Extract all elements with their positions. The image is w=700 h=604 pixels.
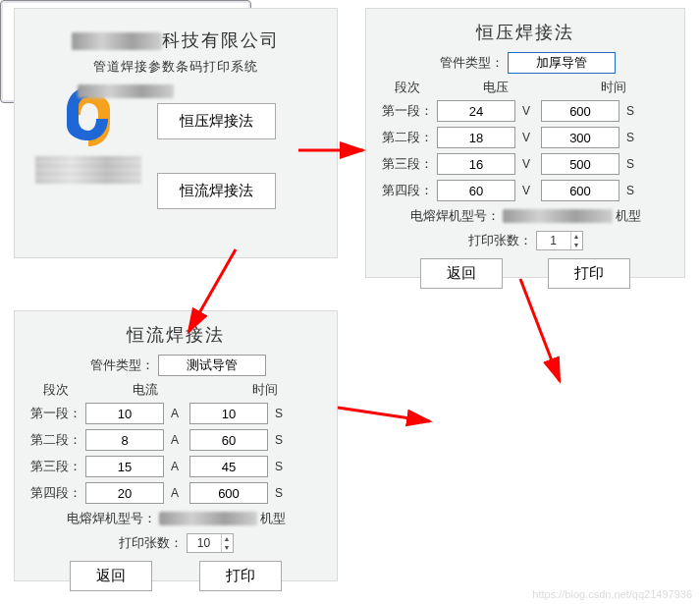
- pipe-type-input[interactable]: [158, 355, 266, 376]
- stage-row: 第二段：VS: [378, 127, 673, 148]
- stage-mid-input[interactable]: [85, 482, 164, 504]
- stage-label: 第四段：: [27, 484, 81, 502]
- back-button[interactable]: 返回: [70, 561, 152, 591]
- machine-model-suffix: 机型: [616, 207, 641, 225]
- unit-label: V: [519, 184, 537, 197]
- spin-up-icon: ▲: [222, 534, 233, 543]
- stage-row: 第一段：VS: [378, 100, 673, 122]
- stage-label: 第二段：: [27, 431, 81, 449]
- print-button[interactable]: 打印: [548, 258, 630, 289]
- spin-down-icon: ▼: [571, 241, 582, 249]
- stage-time-input[interactable]: [189, 403, 268, 424]
- pipe-type-label: 管件类型：: [435, 54, 504, 72]
- stage-row: 第三段：VS: [378, 153, 673, 175]
- stage-label: 第三段：: [378, 155, 433, 173]
- stage-time-input[interactable]: [189, 429, 268, 451]
- stage-mid-input[interactable]: [85, 403, 164, 424]
- stage-time-input[interactable]: [189, 456, 268, 477]
- unit-label: S: [623, 184, 641, 197]
- stage-label: 第一段：: [27, 405, 81, 422]
- current-title: 恒流焊接法: [27, 323, 325, 347]
- unit-label: S: [272, 433, 290, 447]
- arrow-current-to-barcode: [334, 388, 442, 437]
- unit-label: V: [519, 104, 537, 118]
- stage-label: 第四段：: [378, 182, 433, 199]
- current-table-header: 段次 电流 时间: [27, 381, 325, 399]
- blurred-model-value: [159, 512, 257, 525]
- stage-mid-input[interactable]: [437, 127, 515, 148]
- unit-label: S: [272, 407, 290, 420]
- voltage-table-header: 段次 电压 时间: [378, 79, 673, 96]
- stage-label: 第一段：: [378, 102, 433, 120]
- stage-label: 第三段：: [27, 458, 81, 475]
- blurred-product-name: [35, 156, 141, 184]
- constant-voltage-button[interactable]: 恒压焊接法: [157, 103, 276, 139]
- copies-spinner[interactable]: 1 ▲▼: [536, 231, 583, 250]
- main-menu-panel: 科技有限公司 管道焊接参数条码打印系统 恒压焊接法 恒流焊接法: [14, 8, 338, 258]
- stage-time-input[interactable]: [541, 100, 619, 122]
- pipe-type-input[interactable]: [508, 52, 616, 74]
- blurred-company-prefix: [72, 32, 162, 50]
- stage-time-input[interactable]: [541, 180, 619, 201]
- pipe-type-label: 管件类型：: [85, 357, 154, 374]
- main-title: 科技有限公司: [27, 28, 325, 52]
- constant-voltage-panel: 恒压焊接法 管件类型： 段次 电压 时间 第一段：VS第二段：VS第三段：VS第…: [365, 8, 685, 278]
- stage-time-input[interactable]: [189, 482, 268, 504]
- constant-current-button[interactable]: 恒流焊接法: [157, 173, 276, 209]
- stage-mid-input[interactable]: [85, 456, 164, 477]
- watermark: https://blog.csdn.net/qq21497936: [532, 588, 692, 600]
- constant-current-panel: 恒流焊接法 管件类型： 段次 电流 时间 第一段：AS第二段：AS第三段：AS第…: [14, 310, 338, 581]
- unit-label: A: [168, 486, 186, 500]
- unit-label: A: [168, 433, 186, 447]
- stage-mid-input[interactable]: [85, 429, 164, 451]
- stage-row: 第一段：AS: [27, 403, 325, 424]
- stage-row: 第四段：AS: [27, 482, 325, 504]
- stage-row: 第三段：AS: [27, 456, 325, 477]
- copies-label: 打印张数：: [119, 534, 183, 552]
- stage-mid-input[interactable]: [437, 153, 515, 175]
- blurred-model-value: [503, 209, 613, 223]
- print-button[interactable]: 打印: [199, 561, 282, 591]
- back-button[interactable]: 返回: [420, 258, 503, 289]
- stage-mid-input[interactable]: [437, 100, 515, 122]
- unit-label: S: [272, 486, 290, 500]
- copies-label: 打印张数：: [468, 232, 532, 249]
- spin-down-icon: ▼: [222, 543, 233, 552]
- unit-label: A: [168, 407, 186, 420]
- svg-line-2: [520, 279, 560, 381]
- spin-up-icon: ▲: [571, 232, 582, 241]
- unit-label: A: [168, 460, 186, 473]
- arrow-voltage-to-barcode: [501, 275, 589, 393]
- stage-label: 第二段：: [378, 129, 433, 146]
- svg-line-3: [338, 408, 430, 421]
- copies-spinner[interactable]: 10 ▲▼: [187, 533, 234, 553]
- stage-mid-input[interactable]: [437, 180, 515, 201]
- unit-label: V: [519, 131, 537, 144]
- unit-label: S: [623, 157, 641, 171]
- voltage-title: 恒压焊接法: [378, 21, 673, 44]
- stage-time-input[interactable]: [541, 127, 619, 148]
- unit-label: S: [623, 104, 641, 118]
- main-title-suffix: 科技有限公司: [162, 30, 280, 50]
- stage-row: 第二段：AS: [27, 429, 325, 451]
- machine-model-label: 电熔焊机型号：: [410, 207, 500, 225]
- main-subtitle: 管道焊接参数条码打印系统: [27, 58, 325, 76]
- unit-label: V: [519, 157, 537, 171]
- blurred-barcode-model: [78, 84, 174, 98]
- stage-row: 第四段：VS: [378, 180, 673, 201]
- unit-label: S: [272, 460, 290, 473]
- machine-model-suffix: 机型: [260, 510, 286, 527]
- unit-label: S: [623, 131, 641, 144]
- stage-time-input[interactable]: [541, 153, 619, 175]
- machine-model-label: 电熔焊机型号：: [67, 510, 156, 527]
